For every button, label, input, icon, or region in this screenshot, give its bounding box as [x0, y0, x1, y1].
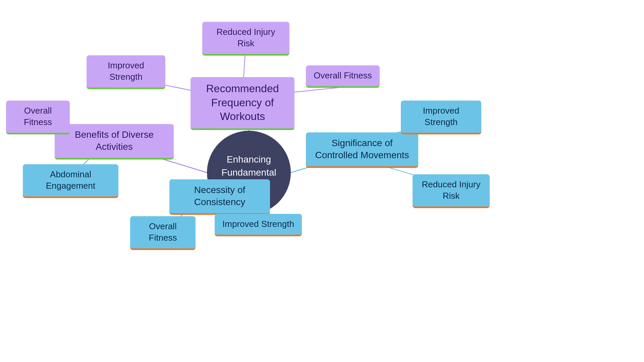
necessity-consistency-label: Necessity of Consistency — [194, 185, 246, 207]
mind-map: Enhancing Fundamental Training Recommend… — [0, 0, 644, 362]
improved-strength-top-left-label: Improved Strength — [108, 60, 144, 82]
controlled-movements-node[interactable]: Significance of Controlled Movements — [306, 132, 418, 168]
overall-fitness-left-label: Overall Fitness — [24, 106, 52, 127]
recommended-frequency-label: Recommended Frequency of Workouts — [206, 82, 279, 122]
diverse-activities-node[interactable]: Benefits of Diverse Activities — [55, 124, 174, 160]
improved-strength-bottom-label: Improved Strength — [222, 219, 294, 229]
reduced-injury-top-node[interactable]: Reduced Injury Risk — [202, 22, 289, 56]
reduced-injury-right-label: Reduced Injury Risk — [422, 179, 481, 201]
overall-fitness-bottom-node[interactable]: Overall Fitness — [130, 216, 196, 250]
overall-fitness-bottom-label: Overall Fitness — [149, 221, 177, 243]
improved-strength-top-left-node[interactable]: Improved Strength — [87, 55, 165, 89]
improved-strength-right-node[interactable]: Improved Strength — [401, 101, 481, 134]
overall-fitness-left-node[interactable]: Overall Fitness — [6, 101, 70, 134]
improved-strength-right-label: Improved Strength — [423, 106, 459, 127]
recommended-frequency-node[interactable]: Recommended Frequency of Workouts — [191, 77, 294, 130]
abdominal-engagement-label: Abdominal Engagement — [46, 169, 95, 191]
overall-fitness-top-right-label: Overall Fitness — [314, 70, 372, 80]
overall-fitness-top-right-node[interactable]: Overall Fitness — [306, 65, 380, 88]
abdominal-engagement-node[interactable]: Abdominal Engagement — [23, 164, 118, 198]
improved-strength-bottom-node[interactable]: Improved Strength — [215, 214, 302, 236]
necessity-consistency-node[interactable]: Necessity of Consistency — [169, 179, 270, 215]
reduced-injury-right-node[interactable]: Reduced Injury Risk — [413, 174, 490, 208]
controlled-movements-label: Significance of Controlled Movements — [315, 138, 409, 160]
reduced-injury-top-label: Reduced Injury Risk — [217, 27, 275, 48]
diverse-activities-label: Benefits of Diverse Activities — [75, 129, 154, 152]
